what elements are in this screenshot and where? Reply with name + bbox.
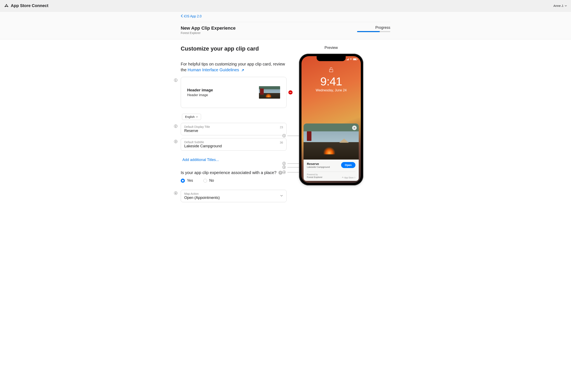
- hig-link[interactable]: Human Interface Guidelines: [188, 68, 244, 72]
- status-icons: [346, 58, 357, 60]
- subtitle-value: Lakeside Campground: [184, 144, 283, 148]
- user-name: Anne J.: [553, 4, 564, 7]
- callout-3: 3: [282, 166, 286, 169]
- app-clip-card: Reserve Lakeside Campground Open Powered…: [303, 124, 359, 181]
- step-number-3: 3: [174, 140, 177, 143]
- header-image-thumbnail: [259, 86, 280, 99]
- place-no-radio[interactable]: No: [203, 178, 214, 183]
- step-number-4: 4: [174, 191, 177, 195]
- app-title: App Store Connect: [11, 3, 48, 8]
- step-number-2: 2: [174, 125, 177, 128]
- map-action-select[interactable]: Map Action Open (Appointments): [181, 190, 286, 202]
- app-store-icon: [342, 176, 344, 179]
- clip-subtitle: Lakeside Campground: [307, 166, 330, 168]
- chevron-left-icon: [181, 14, 182, 18]
- intro-text: For helpful tips on customizing your app…: [181, 61, 286, 73]
- lock-time: 9:41: [301, 75, 361, 88]
- topbar: App Store Connect Anne J.: [0, 0, 571, 12]
- header-image-title: Header image: [187, 88, 213, 92]
- chevron-right-icon: [354, 177, 355, 179]
- app-store-connect-logo-icon: [4, 3, 9, 8]
- signal-icon: [346, 58, 349, 60]
- subtitle-label: Default Subtitle: [184, 140, 283, 144]
- chevron-down-icon: [565, 4, 567, 7]
- language-value: English: [185, 115, 195, 119]
- progress-bar: [357, 31, 390, 32]
- header-image-subtitle: Header image: [187, 93, 213, 97]
- page-subtitle: Forest Explorer: [181, 31, 236, 35]
- powered-by-label: Powered by: [307, 173, 322, 176]
- user-menu[interactable]: Anne J.: [553, 4, 567, 7]
- wifi-icon: [350, 58, 352, 60]
- display-title-field[interactable]: Default Display Title Reserve 23: [181, 123, 286, 135]
- breadcrumb-back[interactable]: iOS App 2.0: [181, 14, 390, 22]
- lock-icon: [301, 67, 361, 73]
- callout-2: 2: [282, 162, 286, 165]
- clip-title: Reserve: [307, 162, 330, 166]
- lock-date: Wednesday, June 24: [301, 88, 361, 92]
- chevron-down-icon: [196, 115, 198, 119]
- help-icon[interactable]: ?: [278, 171, 282, 175]
- section-heading: Customize your app clip card: [181, 46, 286, 52]
- app-store-link[interactable]: App Store: [342, 176, 355, 179]
- step-number-1: 1: [174, 79, 177, 82]
- page-title: New App Clip Experience: [181, 26, 236, 31]
- place-yes-radio[interactable]: Yes: [181, 178, 193, 183]
- battery-icon: [353, 58, 357, 60]
- display-title-value: Reserve: [184, 129, 283, 133]
- subheader: iOS App 2.0 New App Clip Experience Fore…: [0, 12, 571, 39]
- chevron-down-icon: [280, 194, 283, 198]
- preview-label: Preview: [299, 46, 363, 50]
- subtitle-field[interactable]: Default Subtitle Lakeside Campground 36: [181, 138, 286, 151]
- clip-open-button[interactable]: Open: [341, 162, 355, 168]
- language-select[interactable]: English: [182, 114, 201, 120]
- place-question: Is your app clip experience associated w…: [181, 170, 286, 175]
- progress-label: Progress: [357, 26, 390, 30]
- phone-preview: 9:41 Wednesday, June 24: [299, 54, 363, 185]
- external-link-icon: [241, 68, 244, 72]
- clip-close-button[interactable]: [352, 126, 357, 130]
- breadcrumb-label: iOS App 2.0: [184, 14, 201, 18]
- map-action-label: Map Action: [184, 192, 283, 195]
- clip-app-name: Forest Explorer: [307, 176, 322, 179]
- preview-column: Preview 1 2 3 4: [299, 46, 363, 206]
- header-image-card[interactable]: Header image Header image: [181, 77, 286, 108]
- callout-1: 1: [282, 134, 286, 137]
- form-column: Customize your app clip card For helpful…: [181, 46, 286, 206]
- clip-hero-image: [303, 124, 359, 160]
- map-action-value: Open (Appointments): [184, 196, 283, 200]
- callout-4: 4: [282, 170, 286, 174]
- add-additional-titles-link[interactable]: Add additional Titles...: [182, 158, 219, 162]
- display-title-label: Default Display Title: [184, 125, 283, 128]
